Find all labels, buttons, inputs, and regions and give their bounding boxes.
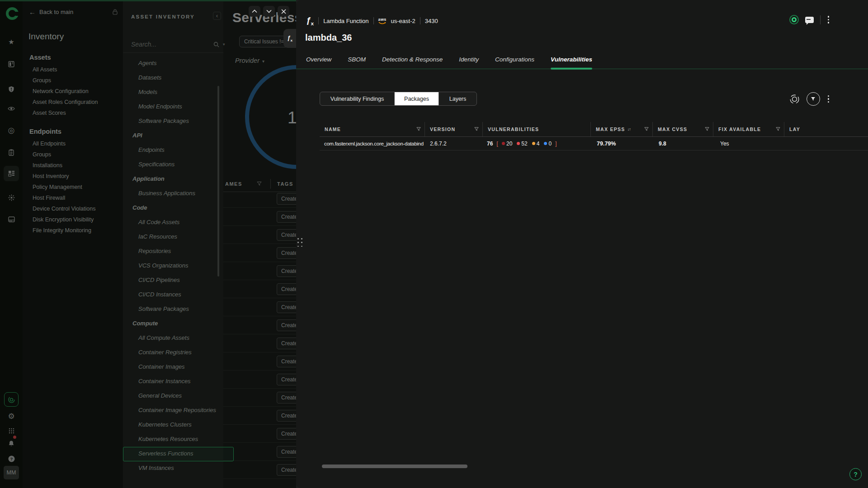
column-max-cvss: MAX CVSS: [653, 122, 713, 136]
column-label: VULNERABILITIES: [488, 127, 539, 132]
column-max-epss: MAX EPSS↓↑: [591, 122, 653, 136]
tab-overview[interactable]: Overview: [306, 56, 331, 69]
column-label: MAX EPSS: [596, 127, 625, 132]
max-cvss-value: 9.8: [653, 141, 713, 147]
funnel-icon[interactable]: [644, 127, 649, 131]
funnel-icon[interactable]: [705, 127, 709, 131]
severity-dot-icon: [544, 142, 547, 145]
column-lay: LAY: [784, 122, 868, 136]
drawer-actions: [789, 15, 830, 24]
subtab-packages[interactable]: Packages: [395, 92, 439, 105]
asset-header: ƒx Lambda Function aws us-east-2 3430: [306, 15, 438, 27]
column-label: MAX CVSS: [658, 127, 687, 132]
funnel-icon[interactable]: [474, 127, 479, 131]
funnel-icon[interactable]: [776, 127, 780, 131]
drawer-tabs: OverviewSBOMDetection & ResponseIdentity…: [306, 56, 592, 69]
bracket: ]: [555, 140, 557, 147]
severity-value: 52: [521, 141, 527, 147]
severity-value: 4: [537, 141, 540, 147]
vulnerabilities-cell: 76 [ 205240 ]: [483, 140, 591, 147]
more-menu-icon[interactable]: [827, 15, 830, 24]
subtab-vulnerability-findings[interactable]: Vulnerability Findings: [320, 92, 395, 105]
tab-configurations[interactable]: Configurations: [495, 56, 534, 69]
help-button[interactable]: ?: [849, 468, 862, 480]
chat-icon[interactable]: [805, 17, 814, 23]
tabs-underline: [296, 69, 868, 69]
lambda-fx-icon: ƒx: [306, 15, 314, 26]
divider: [373, 17, 374, 24]
drawer-resize-handle[interactable]: [297, 238, 303, 248]
severity-value: 0: [548, 141, 552, 147]
filter-button[interactable]: [807, 92, 820, 106]
divider: [820, 15, 821, 24]
brand-ring-icon[interactable]: [789, 15, 799, 24]
tab-sbom[interactable]: SBOM: [348, 56, 366, 69]
table-more-menu-icon[interactable]: [827, 94, 830, 104]
aws-icon: aws: [378, 18, 387, 24]
max-epss-value: 79.79%: [591, 141, 653, 147]
bracket: [: [496, 140, 498, 147]
severity-count: 0: [544, 141, 552, 147]
lambda-pinned-tab[interactable]: ƒx: [283, 29, 296, 48]
vulnerability-subtabs: Vulnerability FindingsPackagesLayers: [320, 92, 477, 106]
divider: [318, 17, 319, 24]
severity-dot-icon: [502, 142, 505, 145]
funnel-icon[interactable]: [416, 127, 421, 131]
column-label: LAY: [789, 127, 800, 132]
column-label: NAME: [325, 127, 341, 132]
lambda-fx-icon: ƒx: [287, 34, 292, 42]
severity-count: 52: [517, 141, 527, 147]
fix-available-value: Yes: [713, 141, 784, 147]
column-vulnerabilities: VULNERABILITIES: [483, 122, 591, 136]
vulnerability-total: 76: [487, 141, 493, 147]
previous-asset-button[interactable]: [249, 6, 260, 17]
tab-vulnerabilities[interactable]: Vulnerabilities: [551, 56, 592, 69]
column-name: NAME: [320, 122, 425, 136]
tab-identity[interactable]: Identity: [459, 56, 479, 69]
app-root: ★◎ ⚙? MM ← Back to main Inventory Assets…: [0, 0, 868, 488]
horizontal-scrollbar[interactable]: [322, 465, 467, 468]
drawer-controls: [249, 6, 289, 17]
severity-dot-icon: [517, 142, 520, 145]
next-asset-button[interactable]: [263, 6, 275, 17]
table-actions: [789, 92, 830, 106]
dim-overlay: [0, 0, 296, 488]
close-drawer-button[interactable]: [278, 6, 289, 17]
column-fix-available: FIX AVAILABLE: [713, 122, 784, 136]
subtab-layers[interactable]: Layers: [439, 92, 476, 105]
severity-dot-icon: [532, 142, 535, 145]
package-name: com.fasterxml.jackson.core_jackson-datab…: [320, 141, 425, 146]
severity-value: 20: [506, 141, 512, 147]
table-row[interactable]: com.fasterxml.jackson.core_jackson-datab…: [320, 137, 868, 150]
sort-icon[interactable]: ↓↑: [627, 127, 631, 131]
divider: [420, 17, 420, 24]
table-header-row: NAMEVERSIONVULNERABILITIESMAX EPSS↓↑MAX …: [320, 122, 868, 137]
severity-count: 4: [532, 141, 540, 147]
column-version: VERSION: [425, 122, 483, 136]
severity-count: 20: [502, 141, 512, 147]
package-version: 2.6.7.2: [425, 141, 483, 147]
asset-type-label: Lambda Function: [323, 18, 368, 24]
rescan-icon[interactable]: [789, 94, 800, 104]
asset-count: 3430: [425, 18, 438, 24]
column-label: VERSION: [430, 127, 455, 132]
asset-title: lambda_36: [305, 33, 352, 43]
column-label: FIX AVAILABLE: [718, 127, 761, 132]
asset-details-drawer: ƒx ƒx Lambda Function aws us-east-2 3430…: [296, 0, 868, 488]
packages-table: NAMEVERSIONVULNERABILITIESMAX EPSS↓↑MAX …: [320, 122, 868, 150]
severity-breakdown: 205240: [502, 141, 552, 147]
tab-detection-response[interactable]: Detection & Response: [382, 56, 443, 69]
region-label: us-east-2: [391, 18, 415, 24]
